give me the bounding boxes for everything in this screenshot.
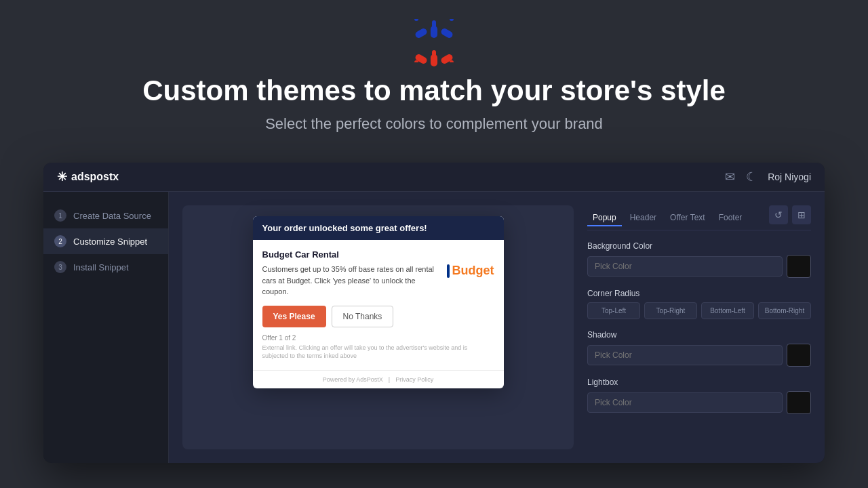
main-panel: Your order unlocked some great offers! B… [169,192,825,463]
lightbox-color-swatch[interactable] [787,391,811,414]
shadow-label: Shadow [587,330,811,340]
footer-powered: Powered by AdsPostX [323,376,383,383]
shadow-field: Shadow [587,330,811,367]
preview-area: Your order unlocked some great offers! B… [182,205,574,449]
app-window: ✳ adspostx ✉ ☾ Roj Niyogi 1 Create Data … [43,163,825,463]
sidebar-item-install-snippet[interactable]: 3 Install Snippet [43,254,168,280]
tab-popup[interactable]: Popup [587,210,622,226]
app-body: 1 Create Data Source 2 Customize Snippet… [43,192,825,463]
app-navbar: ✳ adspostx ✉ ☾ Roj Niyogi [43,163,825,192]
popup-offer-count: Offer 1 of 2 [262,334,494,342]
theme-icon[interactable]: ☾ [746,169,757,184]
settings-tabs: Popup Header Offer Text Footer ↺ ⊞ [587,205,811,230]
sidebar-item-label-3: Install Snippet [73,262,129,272]
background-color-swatch[interactable] [787,255,811,278]
sidebar-item-label-2: Customize Snippet [73,237,147,247]
lightbox-field: Lightbox [587,378,811,414]
tab-header[interactable]: Header [625,210,662,226]
lightbox-label: Lightbox [587,378,811,387]
hero-subtitle: Select the perfect colors to complement … [265,115,603,133]
sidebar-item-label-1: Create Data Source [73,211,151,221]
app-logo: ✳ adspostx [57,169,119,184]
sidebar-item-num-3: 3 [54,261,66,273]
svg-rect-1 [450,19,454,21]
tab-footer[interactable]: Footer [713,210,748,226]
lightbox-input-row [587,391,811,414]
sidebar-item-create-data-source[interactable]: 1 Create Data Source [43,203,168,228]
popup-offer-note: External link. Clicking an offer will ta… [262,344,494,361]
popup-body: Budget Car Rental Customers get up to 35… [253,240,504,370]
nav-right: ✉ ☾ Roj Niyogi [725,169,811,184]
lightbox-color-input[interactable] [587,392,783,413]
popup-card: Your order unlocked some great offers! B… [253,216,504,388]
svg-rect-2 [414,19,418,21]
background-color-field: Background Color [587,241,811,278]
shadow-color-input[interactable] [587,345,783,365]
sidebar-item-customize-snippet[interactable]: 2 Customize Snippet [43,228,168,254]
reset-button[interactable]: ↺ [769,205,788,224]
popup-offer-title: Budget Car Rental [262,249,494,260]
corner-top-right[interactable]: Top-Right [644,302,697,319]
corner-radius-field: Corner Radius Top-Left Top-Right Bottom-… [587,289,811,319]
brand-name: adspostx [71,171,119,183]
shadow-input-row [587,344,811,367]
background-color-input[interactable] [587,256,783,277]
shadow-color-swatch[interactable] [787,344,811,367]
background-color-input-row [587,255,811,278]
email-icon[interactable]: ✉ [725,169,735,184]
spark-logo [412,24,456,68]
corner-radius-label: Corner Radius [587,289,811,298]
tab-offer-text[interactable]: Offer Text [665,210,711,226]
hero-section: Custom themes to match your store's styl… [0,0,868,163]
popup-footer: Powered by AdsPostX | Privacy Policy [253,370,504,388]
budget-logo-text: Budget [447,264,494,278]
logo-star-icon: ✳ [57,169,67,184]
sidebar: 1 Create Data Source 2 Customize Snippet… [43,192,169,463]
username: Roj Niyogi [768,171,811,182]
corner-bottom-left[interactable]: Bottom-Left [701,302,754,319]
background-color-label: Background Color [587,241,811,251]
footer-divider: | [389,376,390,383]
sidebar-item-num-2: 2 [54,235,66,247]
corner-bottom-right[interactable]: Bottom-Right [758,302,811,319]
popup-offer-content: Customers get up to 35% off base rates o… [262,264,494,298]
yes-please-button[interactable]: Yes Please [262,306,326,327]
corner-top-left[interactable]: Top-Left [587,302,640,319]
settings-panel: Popup Header Offer Text Footer ↺ ⊞ [587,205,811,449]
budget-logo: Budget [447,264,494,278]
popup-actions: Yes Please No Thanks [262,306,494,327]
sidebar-item-num-1: 1 [54,209,66,222]
corner-radius-row: Top-Left Top-Right Bottom-Left Bottom-Ri… [587,302,811,319]
no-thanks-button[interactable]: No Thanks [332,306,394,327]
tab-actions: ↺ ⊞ [769,205,811,224]
popup-header: Your order unlocked some great offers! [253,216,504,240]
grid-button[interactable]: ⊞ [792,205,811,224]
footer-privacy[interactable]: Privacy Policy [395,376,433,383]
hero-title: Custom themes to match your store's styl… [142,75,726,107]
popup-offer-text: Customers get up to 35% off base rates o… [262,264,440,298]
